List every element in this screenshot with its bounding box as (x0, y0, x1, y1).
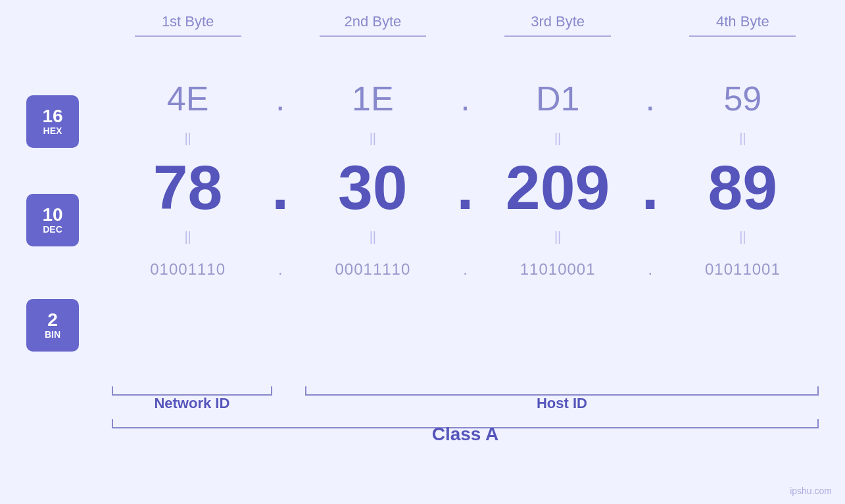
eq2-byte3: || (482, 229, 634, 244)
dot-sep-bin-3: . (634, 260, 667, 279)
bin-byte1: 01001110 (112, 260, 264, 279)
dot-sep-dec-1: . (264, 156, 297, 219)
equals-row-1: || || || || (112, 125, 819, 151)
bin-byte3: 11010001 (482, 260, 634, 279)
bin-row: 01001110 . 00011110 . 11010001 . 0101100… (112, 250, 819, 289)
eq2-byte2: || (297, 229, 448, 244)
dec-byte2: 30 (297, 156, 448, 219)
byte1-header: 1st Byte (112, 13, 264, 37)
bin-byte4: 01011001 (667, 260, 819, 279)
equals-row-2: || || || || (112, 223, 819, 250)
byte2-header: 2nd Byte (297, 13, 448, 37)
dot-sep-hex-3: . (634, 79, 667, 118)
eq1-byte3: || (482, 131, 634, 146)
dot-sep-bin-2: . (449, 260, 482, 279)
dot-sep-bin-1: . (264, 260, 297, 279)
hex-byte2: 1E (297, 79, 448, 118)
dot-sep-dec-3: . (634, 156, 667, 219)
hex-row: 4E . 1E . D1 . 59 (112, 72, 819, 125)
host-bracket (305, 386, 819, 396)
network-id-label: Network ID (112, 395, 272, 412)
dec-byte1: 78 (112, 156, 264, 219)
byte4-header: 4th Byte (667, 13, 819, 37)
network-bracket (112, 386, 272, 396)
byte3-header: 3rd Byte (482, 13, 634, 37)
eq2-byte4: || (667, 229, 819, 244)
eq1-byte4: || (667, 131, 819, 146)
hex-badge: 16 HEX (26, 95, 79, 148)
data-columns: 4E . 1E . D1 . 59 || || || || 78 . 30 . … (112, 53, 819, 289)
host-id-label: Host ID (305, 395, 819, 412)
dec-badge: 10 DEC (26, 194, 79, 246)
dot-sep-dec-2: . (449, 156, 482, 219)
class-label: Class A (112, 424, 819, 445)
eq1-byte1: || (112, 131, 264, 146)
hex-byte3: D1 (482, 79, 634, 118)
dec-row: 78 . 30 . 209 . 89 (112, 151, 819, 223)
page-container: 1st Byte 2nd Byte 3rd Byte 4th Byte 16 H… (0, 0, 845, 504)
dec-byte4: 89 (667, 156, 819, 219)
watermark: ipshu.com (790, 486, 832, 496)
hex-byte4: 59 (667, 79, 819, 118)
bin-badge: 2 BIN (26, 299, 79, 352)
eq1-byte2: || (297, 131, 448, 146)
eq2-byte1: || (112, 229, 264, 244)
dot-sep-hex-2: . (449, 79, 482, 118)
bin-byte2: 00011110 (297, 260, 448, 279)
dot-sep-hex-1: . (264, 79, 297, 118)
dec-byte3: 209 (482, 156, 634, 219)
byte-headers: 1st Byte 2nd Byte 3rd Byte 4th Byte (112, 13, 819, 37)
hex-byte1: 4E (112, 79, 264, 118)
